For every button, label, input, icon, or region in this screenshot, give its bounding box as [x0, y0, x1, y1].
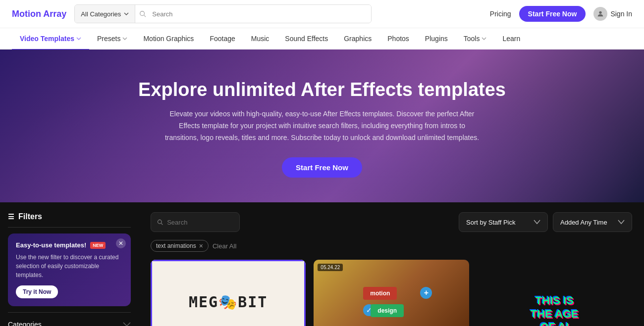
main-nav: Video Templates Presets Motion Graphics … [0, 28, 644, 49]
card-glitch[interactable]: THIS ISTHE AGEOF AI © ALL RIGHTS RESERVE… [477, 260, 632, 326]
nav-item-sound-effects[interactable]: Sound Effects [277, 28, 336, 50]
sign-in-button[interactable]: Sign In [593, 7, 632, 21]
promo-title-text: Easy-to-use templates! [16, 241, 86, 249]
nav-label-tools: Tools [464, 35, 480, 43]
main-content: Sort by Staff Pick Added Any Time text a… [139, 202, 644, 326]
hero-title: Explore unlimited After Effects template… [12, 79, 632, 100]
filters-title: ☰ Filters [8, 212, 131, 221]
filter-icon: ☰ [8, 213, 14, 221]
promo-try-button[interactable]: Try it Now [16, 285, 58, 298]
nav-label-sound-effects: Sound Effects [285, 35, 328, 43]
main-search-box[interactable] [151, 212, 240, 232]
time-label: Added Any Time [560, 219, 614, 226]
card-thumb-backs: 05.24.22 motion + ✓ design motion.com [314, 260, 469, 326]
nav-item-tools[interactable]: Tools [456, 28, 495, 50]
card-backs-titles[interactable]: 05.24.22 motion + ✓ design motion.com Ba… [314, 260, 469, 326]
main-search-input[interactable] [167, 219, 233, 226]
hero-cta-button[interactable]: Start Free Now [282, 157, 362, 178]
nav-label-learn: Learn [502, 35, 520, 43]
nav-item-video-templates[interactable]: Video Templates [12, 28, 89, 50]
svg-line-4 [161, 224, 162, 225]
svg-line-1 [144, 15, 146, 17]
motion-pill: motion [363, 287, 397, 300]
sidebar-divider [8, 227, 131, 228]
plus-pill: + [420, 287, 432, 299]
logo[interactable]: Motion Array [12, 9, 66, 19]
chevron-down-icon [124, 11, 129, 16]
chevron-down-icon [618, 220, 625, 225]
content-area: ☰ Filters ✕ Easy-to-use templates! NEW U… [0, 202, 644, 326]
categories-label: Categories [8, 321, 42, 326]
search-icon [139, 10, 146, 17]
nav-label-footage: Footage [210, 35, 235, 43]
chevron-down-icon [534, 220, 540, 225]
promo-title: Easy-to-use templates! NEW [16, 241, 123, 249]
nav-item-plugins[interactable]: Plugins [417, 28, 456, 50]
megabit-title-text: MEG🎭BIT [189, 293, 268, 311]
svg-point-2 [599, 11, 602, 14]
header-right: Pricing Start Free Now Sign In [490, 6, 632, 22]
nav-item-presets[interactable]: Presets [89, 28, 135, 50]
card-date-badge: 05.24.22 [318, 264, 343, 271]
nav-item-motion-graphics[interactable]: Motion Graphics [135, 28, 202, 50]
sort-dropdown[interactable]: Sort by Staff Pick [459, 212, 548, 232]
search-row: Sort by Staff Pick Added Any Time [151, 212, 632, 232]
chevron-down-icon [482, 36, 486, 41]
cards-grid: MEG🎭BIT BY ENISAURUS. Megabit Alphabet N… [151, 260, 632, 326]
header: Motion Array All Categories Pricing Star… [0, 0, 644, 28]
card-thumb-megabit: MEG🎭BIT BY ENISAURUS. [151, 260, 306, 326]
filter-tag-close-icon[interactable]: × [199, 242, 203, 249]
nav-item-music[interactable]: Music [243, 28, 277, 50]
header-search-input[interactable] [146, 5, 371, 23]
design-pill: design [371, 304, 404, 317]
nav-item-learn[interactable]: Learn [494, 28, 528, 50]
card-megabit[interactable]: MEG🎭BIT BY ENISAURUS. Megabit Alphabet N… [151, 260, 306, 326]
filters-label: Filters [18, 212, 42, 221]
search-icon [157, 219, 163, 226]
nav-label-graphics: Graphics [344, 35, 372, 43]
promo-card: ✕ Easy-to-use templates! NEW Use the new… [8, 233, 131, 306]
sign-in-label: Sign In [610, 10, 632, 18]
glitch-text: THIS ISTHE AGEOF AI [526, 289, 584, 326]
nav-label-motion-graphics: Motion Graphics [143, 35, 194, 43]
hero-description: Elevate your videos with high-quality, e… [163, 108, 481, 143]
search-category-dropdown[interactable]: All Categories [75, 5, 135, 23]
sidebar: ☰ Filters ✕ Easy-to-use templates! NEW U… [0, 202, 139, 326]
chevron-down-icon [122, 36, 127, 41]
svg-point-3 [158, 220, 162, 224]
promo-description: Use the new filter to discover a curated… [16, 253, 123, 279]
filter-tags: text animations × Clear All [151, 240, 632, 252]
categories-section-header[interactable]: Categories [8, 321, 131, 326]
nav-label-plugins: Plugins [425, 35, 448, 43]
promo-new-badge: NEW [90, 242, 106, 249]
nav-label-music: Music [251, 35, 269, 43]
time-dropdown[interactable]: Added Any Time [553, 212, 632, 232]
clear-all-button[interactable]: Clear All [213, 242, 236, 250]
sidebar-categories-section: Categories [8, 312, 131, 326]
hero-section: Explore unlimited After Effects template… [0, 49, 644, 202]
user-avatar-icon [593, 7, 607, 21]
svg-point-0 [140, 11, 145, 16]
nav-item-footage[interactable]: Footage [202, 28, 243, 50]
chevron-down-icon [76, 36, 81, 41]
filter-tag-label: text animations [156, 242, 196, 249]
filter-tag-text-animations[interactable]: text animations × [151, 240, 209, 252]
start-free-button[interactable]: Start Free Now [519, 6, 586, 22]
nav-item-photos[interactable]: Photos [379, 28, 417, 50]
search-bar: All Categories [74, 4, 372, 23]
chevron-down-icon [123, 321, 131, 326]
promo-close-button[interactable]: ✕ [116, 238, 126, 248]
card-thumb-glitch: THIS ISTHE AGEOF AI © ALL RIGHTS RESERVE… [477, 260, 632, 326]
nav-label-presets: Presets [97, 35, 120, 43]
sort-label: Sort by Staff Pick [466, 219, 530, 226]
nav-label-video-templates: Video Templates [20, 35, 74, 43]
search-category-label: All Categories [81, 10, 121, 18]
pricing-link[interactable]: Pricing [490, 10, 511, 18]
nav-item-graphics[interactable]: Graphics [336, 28, 379, 50]
nav-label-photos: Photos [387, 35, 409, 43]
